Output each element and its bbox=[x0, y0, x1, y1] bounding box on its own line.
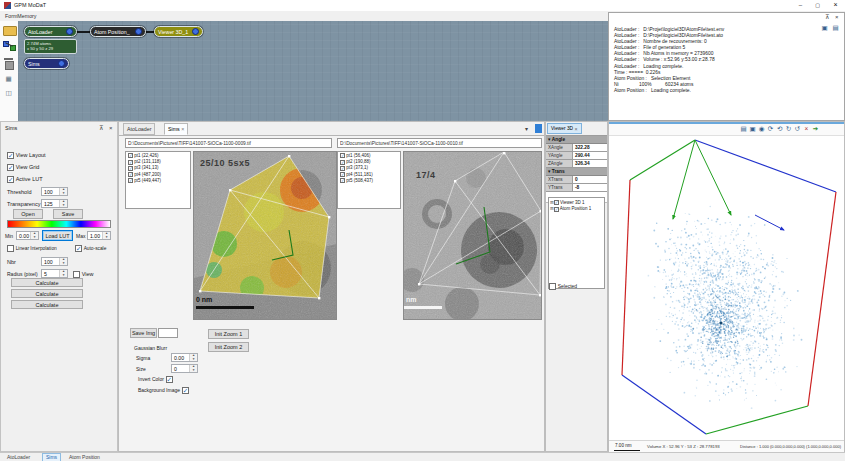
stepper-arrows[interactable]: ▲▼ bbox=[59, 188, 67, 195]
node-port-icon[interactable] bbox=[66, 28, 73, 35]
selected-checkbox[interactable]: Selected bbox=[549, 283, 577, 290]
minimize-button[interactable]: – bbox=[792, 0, 809, 11]
bottom-tab-atoloader[interactable]: AtoLoader bbox=[4, 454, 33, 460]
transparency-value[interactable]: 125 bbox=[42, 200, 59, 207]
tab-sims[interactable]: Sims × bbox=[164, 123, 188, 135]
pin-icon[interactable]: ⊼ bbox=[99, 124, 103, 132]
tab-list-caret-icon[interactable]: ▾ bbox=[525, 125, 528, 133]
down-arrow-icon[interactable]: ▼ bbox=[31, 236, 38, 240]
radius-value[interactable]: 5 bbox=[42, 270, 59, 277]
property-value[interactable]: 0 bbox=[573, 176, 607, 183]
down-arrow-icon[interactable]: ▼ bbox=[60, 204, 67, 208]
play-icon[interactable]: ➔ bbox=[811, 124, 820, 133]
property-row[interactable]: YTrans-8 bbox=[546, 184, 607, 192]
property-group-trans[interactable]: ▾ Trans bbox=[546, 168, 607, 176]
node-atoloader[interactable]: AtoLoader bbox=[24, 26, 77, 37]
open-folder-icon[interactable] bbox=[3, 26, 17, 36]
view-layout-checkbox[interactable]: View Layout bbox=[7, 152, 46, 159]
right-point-list[interactable]: pt1 (56,406) pt2 (190,88) pt3 (373,1) pt… bbox=[337, 151, 401, 209]
min-value[interactable]: 0.00 bbox=[17, 232, 30, 239]
close-button[interactable]: × bbox=[826, 0, 845, 11]
node-link-icon[interactable] bbox=[3, 41, 15, 50]
stepper-arrows[interactable]: ▲▼ bbox=[59, 258, 67, 265]
sigma-value[interactable]: 0.00 bbox=[172, 354, 189, 361]
save-view-icon[interactable]: ▤ bbox=[739, 124, 748, 133]
grid-view-icon[interactable]: ▦ bbox=[4, 74, 13, 83]
stepper-arrows[interactable]: ▲▼ bbox=[189, 354, 197, 361]
center-view-icon[interactable]: ◉ bbox=[757, 124, 766, 133]
auto-scale-checkbox[interactable]: Auto-scale bbox=[75, 245, 106, 252]
size-stepper[interactable]: 0 ▲▼ bbox=[171, 364, 198, 373]
node-sims[interactable]: Sims bbox=[24, 58, 69, 69]
node-port-icon[interactable] bbox=[135, 28, 142, 35]
node-viewer3d[interactable]: Viewer 3D_1 bbox=[154, 26, 203, 37]
snapshot-icon[interactable]: ▣ bbox=[748, 124, 757, 133]
down-arrow-icon[interactable]: ▼ bbox=[190, 369, 197, 373]
min-stepper[interactable]: 0.00 ▲▼ bbox=[16, 231, 39, 240]
property-row[interactable]: XTrans0 bbox=[546, 176, 607, 184]
viewport-canvas[interactable] bbox=[609, 135, 844, 440]
property-value[interactable]: -8 bbox=[573, 184, 607, 191]
save-button[interactable]: Save bbox=[53, 209, 83, 219]
left-tem-image[interactable]: 25/10 5sx5 0 nm bbox=[193, 151, 337, 320]
tree-item-atom-position[interactable]: ⊞ Atom Position 1 bbox=[550, 206, 603, 212]
bottom-tab-sims[interactable]: Sims bbox=[42, 453, 61, 461]
stepper-arrows[interactable]: ▲▼ bbox=[30, 232, 38, 239]
spin-x-icon[interactable]: ↻ bbox=[784, 124, 793, 133]
pin-icon[interactable]: ⊼ bbox=[825, 13, 829, 21]
nbr-stepper[interactable]: 100 ▲▼ bbox=[41, 257, 68, 266]
tab-close-icon[interactable]: × bbox=[575, 126, 578, 132]
point-row[interactable]: pt5 (508,437) bbox=[340, 178, 398, 184]
transparency-stepper[interactable]: 125 ▲▼ bbox=[41, 199, 68, 208]
point-row[interactable]: pt5 (449,447) bbox=[128, 178, 188, 184]
property-group-angle[interactable]: ▾ Angle bbox=[546, 136, 607, 144]
nbr-value[interactable]: 100 bbox=[42, 258, 59, 265]
property-row[interactable]: YAngle290.44 bbox=[546, 152, 607, 160]
maximize-button[interactable]: ▢ bbox=[809, 0, 826, 11]
stepper-arrows[interactable]: ▲▼ bbox=[102, 232, 110, 239]
rotate-ccw-icon[interactable]: ⟲ bbox=[775, 124, 784, 133]
close-panel-icon[interactable]: × bbox=[109, 124, 113, 132]
down-arrow-icon[interactable]: ▼ bbox=[190, 358, 197, 362]
trash-icon[interactable] bbox=[4, 58, 13, 68]
save-img-button[interactable]: Save Img bbox=[130, 328, 157, 338]
init-zoom-2-button[interactable]: Init Zoom 2 bbox=[208, 342, 249, 352]
down-arrow-icon[interactable]: ▼ bbox=[60, 274, 67, 278]
calculate-button-2[interactable]: Calculate bbox=[11, 289, 83, 298]
left-point-list[interactable]: pt1 (22,426) pt2 (131,118) pt3 (341,13) … bbox=[125, 151, 191, 209]
menu-formmemory[interactable]: FormMemory bbox=[5, 13, 37, 19]
max-stepper[interactable]: 1.00 ▲▼ bbox=[87, 231, 111, 240]
size-value[interactable]: 0 bbox=[172, 365, 189, 372]
node-port-icon[interactable] bbox=[58, 60, 65, 67]
clear-icon[interactable]: × bbox=[802, 124, 811, 133]
bottom-tab-atom-position[interactable]: Atom Position bbox=[66, 454, 103, 460]
scene-tree[interactable]: ⊞ Viewer 3D 1 ⊞ Atom Position 1 bbox=[548, 197, 605, 289]
threshold-stepper[interactable]: 100 ▲▼ bbox=[41, 187, 68, 196]
property-value[interactable]: 326.34 bbox=[573, 160, 607, 167]
close-panel-icon[interactable]: × bbox=[835, 13, 839, 21]
view-grid-checkbox[interactable]: View Grid bbox=[7, 164, 39, 171]
open-button[interactable]: Open bbox=[13, 209, 43, 219]
property-value[interactable]: 322.28 bbox=[573, 144, 607, 151]
stepper-arrows[interactable]: ▲▼ bbox=[189, 365, 197, 372]
right-image-path-input[interactable] bbox=[337, 138, 542, 148]
max-value[interactable]: 1.00 bbox=[88, 232, 102, 239]
stepper-arrows[interactable]: ▲▼ bbox=[59, 270, 67, 277]
active-lut-checkbox[interactable]: Active LUT bbox=[7, 176, 43, 183]
view-checkbox[interactable]: View bbox=[73, 271, 94, 278]
node-atom-position[interactable]: Atom Position_ bbox=[90, 26, 146, 37]
node-port-icon[interactable] bbox=[192, 28, 199, 35]
split-view-icon[interactable]: ◫ bbox=[4, 88, 13, 97]
left-image-path-input[interactable] bbox=[125, 138, 332, 148]
tab-viewer3d[interactable]: Viewer 3D × bbox=[547, 123, 582, 134]
invert-color-checkbox[interactable]: Invert Color bbox=[138, 376, 173, 383]
right-tem-image[interactable]: 17/4 nm bbox=[403, 151, 542, 320]
sigma-stepper[interactable]: 0.00 ▲▼ bbox=[171, 353, 198, 362]
property-value[interactable]: 290.44 bbox=[573, 152, 607, 159]
load-lut-button[interactable]: Load LUT bbox=[42, 230, 73, 241]
background-image-checkbox[interactable]: Background Image bbox=[138, 387, 189, 394]
tab-close-icon[interactable]: × bbox=[181, 126, 184, 132]
down-arrow-icon[interactable]: ▼ bbox=[60, 262, 67, 266]
init-zoom-1-button[interactable]: Init Zoom 1 bbox=[208, 329, 249, 339]
calculate-button-3[interactable]: Calculate bbox=[11, 300, 83, 309]
